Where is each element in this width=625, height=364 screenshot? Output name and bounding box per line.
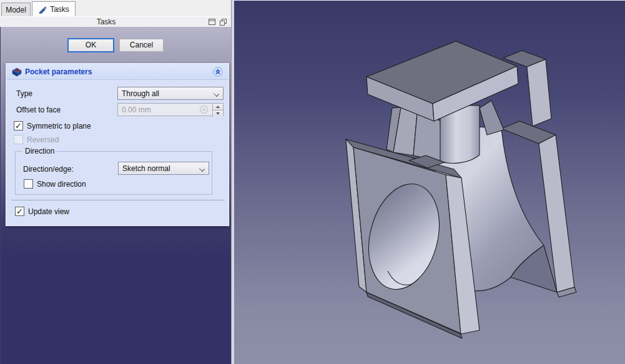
model-view [234, 1, 625, 364]
panel-title: Pocket parameters [25, 67, 92, 76]
type-dropdown[interactable]: Through all [117, 87, 224, 100]
task-pane: Model Tasks Tasks OK Cancel [0, 0, 231, 364]
dock-restore-icon[interactable] [208, 18, 216, 26]
spin-buttons [212, 104, 223, 117]
offset-value: 0.00 mm [122, 106, 151, 114]
direction-edge-dropdown[interactable]: Sketch normal [118, 162, 209, 175]
freecad-window: { "tabs": { "model": { "label": "Model" … [0, 0, 625, 364]
panel-tab-bar: Model Tasks [0, 0, 231, 17]
update-view-checkbox[interactable]: ✓ [15, 207, 24, 216]
tab-tasks-label: Tasks [50, 5, 69, 14]
separator-line [11, 200, 225, 200]
triangle-down-icon [216, 112, 220, 115]
panel-header: Pocket parameters [6, 64, 229, 80]
cancel-button[interactable]: Cancel [119, 39, 164, 52]
pen-icon [38, 5, 47, 14]
chevron-down-icon [214, 91, 219, 97]
symmetric-checkbox[interactable]: ✓ [14, 121, 23, 130]
dock-float-icon[interactable] [219, 18, 227, 26]
pocket-parameters-panel: Pocket parameters Type Through all Offse… [6, 63, 229, 226]
direction-edge-value: Sketch normal [122, 164, 170, 173]
direction-edge-label: Direction/edge: [23, 165, 74, 174]
collapse-chevrons-icon[interactable] [213, 67, 223, 77]
symmetric-label: Symmetric to plane [27, 122, 91, 130]
reversed-checkbox[interactable] [14, 135, 23, 144]
task-content: OK Cancel Pocket parameters [0, 27, 231, 364]
reversed-label: Reversed [27, 135, 59, 144]
type-label: Type [16, 89, 32, 98]
3d-viewport[interactable] [234, 0, 625, 364]
tab-model-label: Model [6, 6, 26, 14]
ok-button[interactable]: OK [67, 38, 114, 52]
type-value: Through all [122, 89, 159, 98]
chevron-down-icon [199, 166, 205, 172]
dock-title: Tasks [0, 17, 212, 26]
dock-titlebar: Tasks [0, 17, 231, 27]
update-view-label: Update view [28, 207, 69, 216]
show-direction-label: Show direction [37, 180, 86, 189]
pocket-icon [12, 67, 22, 77]
tab-model[interactable]: Model [1, 2, 31, 17]
direction-groupbox: Direction Direction/edge: Sketch normal … [15, 151, 212, 195]
show-direction-checkbox[interactable] [24, 179, 33, 189]
expression-fx-icon: fx [200, 106, 208, 114]
offset-label: Offset to face [16, 106, 61, 114]
direction-legend: Direction [22, 147, 57, 155]
triangle-up-icon [216, 106, 220, 108]
spin-down-button[interactable] [213, 111, 223, 117]
tab-tasks[interactable]: Tasks [32, 1, 76, 17]
spin-up-button[interactable] [213, 104, 223, 111]
offset-spinbox[interactable]: 0.00 mm fx [117, 103, 224, 116]
